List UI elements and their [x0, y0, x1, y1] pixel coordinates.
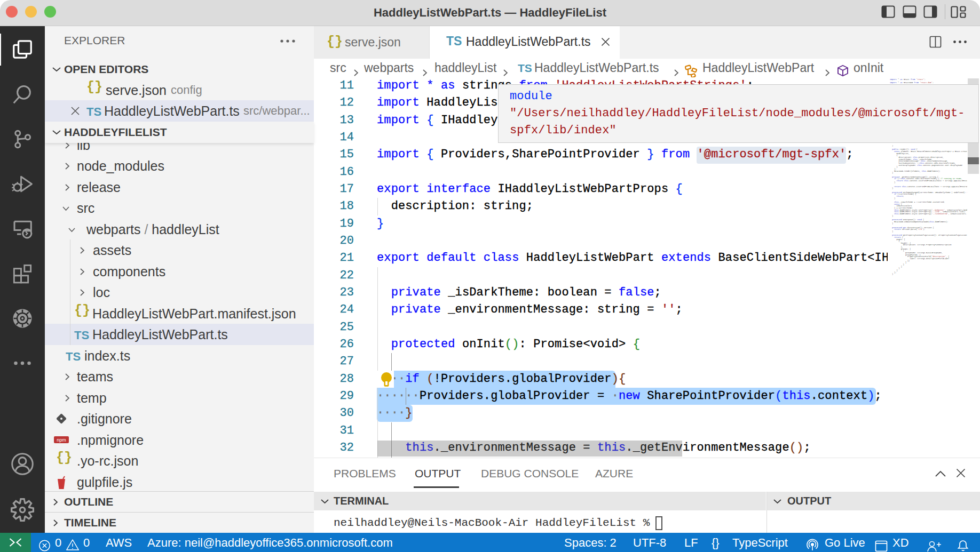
svg-text:npm: npm	[57, 437, 66, 443]
